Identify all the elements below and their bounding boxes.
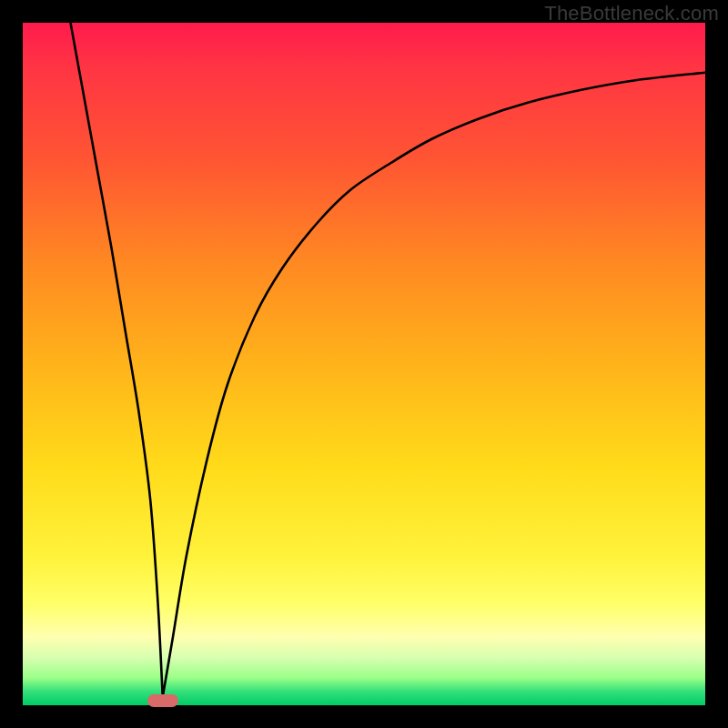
optimal-marker [147, 694, 178, 707]
chart-frame: TheBottleneck.com [0, 0, 728, 728]
plot-area [23, 23, 705, 705]
bottleneck-curve [71, 23, 706, 697]
curve-layer [23, 23, 705, 705]
watermark-text: TheBottleneck.com [544, 2, 719, 25]
